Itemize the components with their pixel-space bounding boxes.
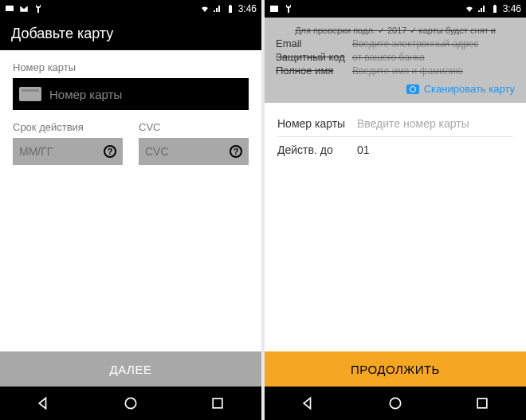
wifi-icon [465,4,474,14]
svg-point-7 [390,398,400,408]
svg-rect-1 [229,6,232,13]
nav-bar [265,387,526,420]
signal-icon [213,4,222,14]
nav-recent-icon[interactable] [210,395,226,411]
app-bar-title: Добавьте карту [0,18,261,50]
nav-back-icon[interactable] [36,395,52,411]
content-left: Номер карты Срок действия ММ/ГГ ? CVC CV… [0,50,261,351]
expiry-placeholder: ММ/ГГ [19,145,53,158]
nav-bar [0,387,261,420]
mail-icon [19,4,29,14]
plug-icon [284,4,293,14]
cvc-placeholder: CVC [145,145,169,158]
phone-left: 3:46 Добавьте карту Номер карты Срок дей… [0,0,261,420]
msg-icon [5,4,14,14]
overlay-header: Для проверки подл. ✓ 2017 ✓ карты будет … [265,18,526,103]
continue-button[interactable]: ПРОДОЛЖИТЬ [265,351,526,387]
help-icon[interactable]: ? [230,145,242,158]
card-icon [19,87,41,101]
signal-icon [477,4,487,14]
expiry-label: Срок действия [13,121,123,133]
svg-rect-5 [493,6,497,13]
cvc-input[interactable]: CVC ? [139,138,249,165]
scan-card-label: Сканировать карту [424,83,515,95]
card-number-label: Номер карты [13,61,249,73]
valid-until-value: 01 [357,143,513,156]
svg-rect-8 [477,398,487,408]
svg-rect-0 [6,6,14,11]
valid-until-row[interactable]: Действ. до 01 [277,137,513,163]
plug-icon [33,4,43,14]
email-hint: Введите электронный адрес [352,38,515,49]
help-icon[interactable]: ? [104,145,116,158]
nav-recent-icon[interactable] [474,395,490,411]
next-button[interactable]: ДАЛЕЕ [0,351,261,387]
card-number-input[interactable] [49,88,242,101]
fullname-label: Полное имя [276,65,352,77]
expiry-input[interactable]: ММ/ГГ ? [13,138,123,165]
battery-icon [490,4,500,14]
status-bar: 3:46 [265,0,526,18]
nav-back-icon[interactable] [300,395,316,411]
phone-right: 3:46 Для проверки подл. ✓ 2017 ✓ карты б… [265,0,526,420]
svg-rect-4 [213,398,222,408]
code-hint: от вашего банка [352,52,515,63]
info-text-top: Для проверки подл. ✓ 2017 ✓ карты будет … [276,26,515,36]
nav-home-icon[interactable] [387,395,403,411]
status-bar: 3:46 [0,0,261,18]
camera-icon [406,84,419,94]
card-number-label: Номер карты [277,117,357,130]
content-right: Номер карты Введите номер карты Действ. … [265,103,526,171]
status-time: 3:46 [238,3,257,14]
svg-point-3 [125,398,135,408]
fullname-hint: Введите имя и фамилию [352,65,515,77]
card-number-row[interactable]: Номер карты Введите номер карты [277,111,513,137]
battery-icon [226,4,235,14]
wifi-icon [200,4,210,14]
nav-home-icon[interactable] [123,395,139,411]
valid-until-label: Действ. до [277,143,357,156]
scan-card-button[interactable]: Сканировать карту [276,83,515,95]
card-number-placeholder: Введите номер карты [357,117,513,130]
status-time: 3:46 [503,3,521,14]
svg-rect-6 [494,5,496,6]
svg-rect-2 [230,5,231,6]
cvc-label: CVC [139,121,249,133]
mail-icon [269,4,279,14]
card-number-field[interactable] [13,78,249,110]
email-label: Email [276,37,352,49]
code-label: Защитный код [276,51,352,63]
